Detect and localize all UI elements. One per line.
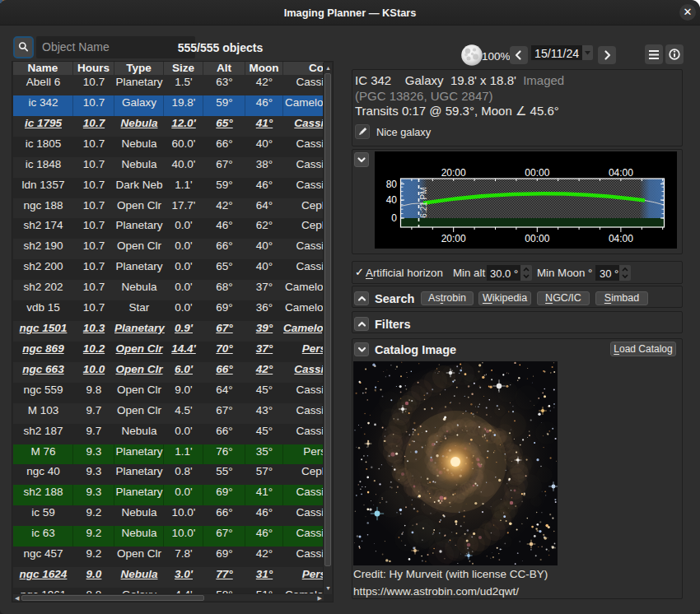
svg-text:00:00: 00:00 (525, 167, 549, 179)
svg-text:80: 80 (386, 179, 398, 190)
svg-text:00:00: 00:00 (525, 233, 549, 244)
svg-text:04:00: 04:00 (609, 167, 633, 179)
svg-text:40: 40 (386, 194, 398, 206)
svg-text:04:00: 04:00 (609, 233, 633, 244)
svg-text:0: 0 (391, 212, 397, 224)
svg-text:6:21 PM: 6:21 PM (419, 187, 428, 217)
svg-text:20:00: 20:00 (441, 167, 466, 179)
svg-text:20:00: 20:00 (441, 233, 466, 244)
